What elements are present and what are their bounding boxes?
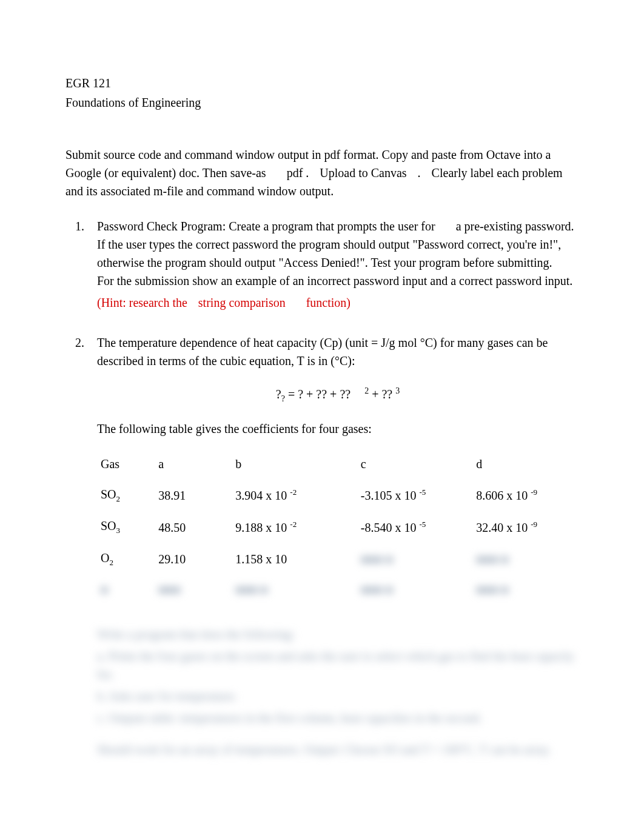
gas-sub: 2 [109,558,113,567]
eq-rhs-2: + ?? [369,387,395,401]
blurred-cell: ■■■ ■ [232,574,357,605]
cell-b: 9.188 x 10 -2 [232,511,357,543]
cell-c: -3.105 x 10 -5 [357,479,473,511]
hint-suffix: function) [306,296,351,309]
cell-c: ■■■ ■ [357,543,473,575]
blurred-cell: ■■■ ■ [361,552,393,566]
exponent: -5 [419,488,426,497]
course-code: EGR 121 [65,74,579,92]
intro-period: . [418,166,421,179]
cell-d: ■■■ ■ [472,543,579,575]
table-intro: The following table gives the coefficien… [97,420,579,438]
exponent: -5 [419,520,426,529]
blurred-line: b. Asks user for temperature. [97,687,579,705]
cell-d: 32.40 x 10 -9 [472,511,579,543]
mantissa: 32.40 x 10 [476,521,528,534]
table-row: SO3 48.50 9.188 x 10 -2 -8.540 x 10 -5 3… [97,511,579,543]
th-a: a [155,449,232,479]
table-row: ■ ■■■ ■■■ ■ ■■■ ■ ■■■ ■ [97,574,579,605]
blurred-cell: ■■■ ■ [476,552,508,566]
p1-body-c: For the submission show an example of an… [97,274,572,287]
blurred-line: Should work for an array of temperatures… [97,740,579,759]
problem-number: 1. [75,217,84,235]
th-b: b [232,449,357,479]
cell-b: 3.904 x 10 -2 [232,479,357,511]
hint-line: (Hint: research thestring comparisonfunc… [97,293,579,312]
intro-upload: Upload to Canvas [320,166,406,179]
intro-pdf: pdf . [287,166,309,179]
p2-body: The temperature dependence of heat capac… [97,334,579,370]
gas-base: O [101,551,109,565]
blurred-cell: ■ [97,574,155,605]
th-gas: Gas [97,449,155,479]
blurred-line: a. Prints the four gases on the screen a… [97,647,579,683]
equation: ?? = ? + ?? + ?? 2 + ?? 3 [97,384,579,405]
blurred-cell: ■■■ ■ [472,574,579,605]
problem-list: 1. Password Check Program: Create a prog… [65,217,579,759]
mantissa: 9.188 x 10 [235,521,287,534]
cell-a: 48.50 [155,511,232,543]
table-header-row: Gas a b c d [97,449,579,479]
exponent: -9 [531,488,537,497]
blurred-line: Write a program that does the following: [97,625,579,643]
exponent: -2 [290,520,297,529]
intro-paragraph: Submit source code and command window ou… [65,146,579,200]
mantissa: -3.105 x 10 [361,489,417,502]
p1-body-a: Password Check Program: Create a program… [97,220,435,233]
mantissa: 1.158 x 10 [235,552,287,566]
exponent: -2 [290,488,297,497]
hint-prefix: (Hint: research the [97,296,187,309]
table-row: O2 29.10 1.158 x 10 ■■■ ■ ■■■ ■ [97,543,579,575]
cell-gas: SO3 [97,511,155,543]
eq-rhs-1: = ? + ?? + ?? [285,387,354,401]
exponent: -9 [531,520,537,529]
cell-d: 8.606 x 10 -9 [472,479,579,511]
cell-c: -8.540 x 10 -5 [357,511,473,543]
gas-sub: 2 [116,494,121,503]
th-c: c [357,449,473,479]
blurred-line: c. Outputs table: temperatures in the fi… [97,709,579,727]
gas-base: SO [101,488,116,501]
mantissa: 8.606 x 10 [476,489,528,502]
blurred-instructions: Write a program that does the following:… [97,625,579,759]
table-row: SO2 38.91 3.904 x 10 -2 -3.105 x 10 -5 8… [97,479,579,511]
eq-lhs-base: ? [276,387,281,401]
cell-gas: SO2 [97,479,155,511]
cell-a: 29.10 [155,543,232,575]
course-title: Foundations of Engineering [65,93,579,112]
cell-b: 1.158 x 10 [232,543,357,575]
cell-a: 38.91 [155,479,232,511]
problem-2: 2. The temperature dependence of heat ca… [97,334,579,759]
gas-base: SO [101,519,116,532]
blurred-cell: ■■■ [155,574,232,605]
eq-exp3: 3 [395,386,400,395]
coefficients-table: Gas a b c d SO2 38.91 3.904 x 10 -2 -3.1… [97,449,579,605]
gas-sub: 3 [116,526,121,535]
mantissa: -8.540 x 10 [361,521,417,534]
mantissa: 3.904 x 10 [235,489,287,502]
cell-gas: O2 [97,543,155,575]
th-d: d [472,449,579,479]
hint-mid: string comparison [198,296,286,309]
problem-1: 1. Password Check Program: Create a prog… [97,217,579,312]
blurred-cell: ■■■ ■ [357,574,473,605]
problem-number: 2. [75,334,84,352]
